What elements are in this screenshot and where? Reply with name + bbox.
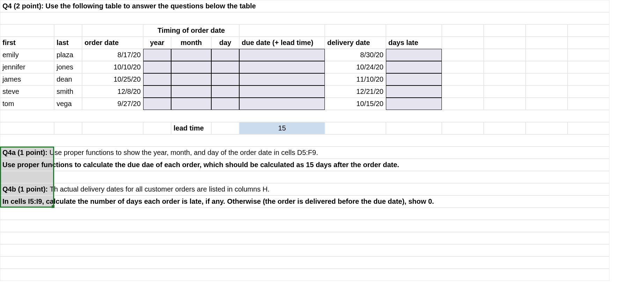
table-row[interactable]: emily: [0, 49, 54, 61]
header-last: last: [54, 37, 82, 49]
input-day[interactable]: [211, 49, 239, 61]
header-due-date: due date (+ lead time): [239, 37, 325, 49]
empty-cell[interactable]: [0, 12, 609, 24]
q4a-line2[interactable]: Use proper functions to calculate the du…: [0, 159, 54, 171]
q4a-label[interactable]: Q4a (1 point): Use proper functions to s…: [0, 147, 54, 159]
table-row[interactable]: james: [0, 73, 54, 85]
header-delivery-date: delivery date: [325, 37, 386, 49]
table-row[interactable]: jennifer: [0, 61, 54, 73]
header-first: first: [0, 37, 54, 49]
input-days-late[interactable]: [386, 49, 442, 61]
header-order-date: order date: [82, 37, 143, 49]
table-row[interactable]: steve: [0, 85, 54, 98]
header-day: day: [211, 37, 239, 49]
header-year: year: [143, 37, 171, 49]
header-month: month: [171, 37, 211, 49]
q4b-line2[interactable]: In cells I5:I9, calculate the number of …: [0, 195, 54, 208]
timing-header: Timing of order date: [143, 24, 239, 37]
lead-time-value[interactable]: 15: [239, 122, 325, 134]
input-due-date[interactable]: [239, 49, 325, 61]
lead-time-label: lead time: [171, 122, 211, 134]
input-year[interactable]: [143, 49, 171, 61]
q4b-label[interactable]: Q4b (1 point): Th actual delivery dates …: [0, 183, 54, 195]
header-days-late: days late: [386, 37, 442, 49]
question-title: Q4 (2 point): Use the following table to…: [0, 0, 609, 12]
table-row[interactable]: tom: [0, 98, 54, 110]
input-month[interactable]: [171, 49, 211, 61]
spreadsheet-grid[interactable]: Q4 (2 point): Use the following table to…: [0, 0, 644, 281]
